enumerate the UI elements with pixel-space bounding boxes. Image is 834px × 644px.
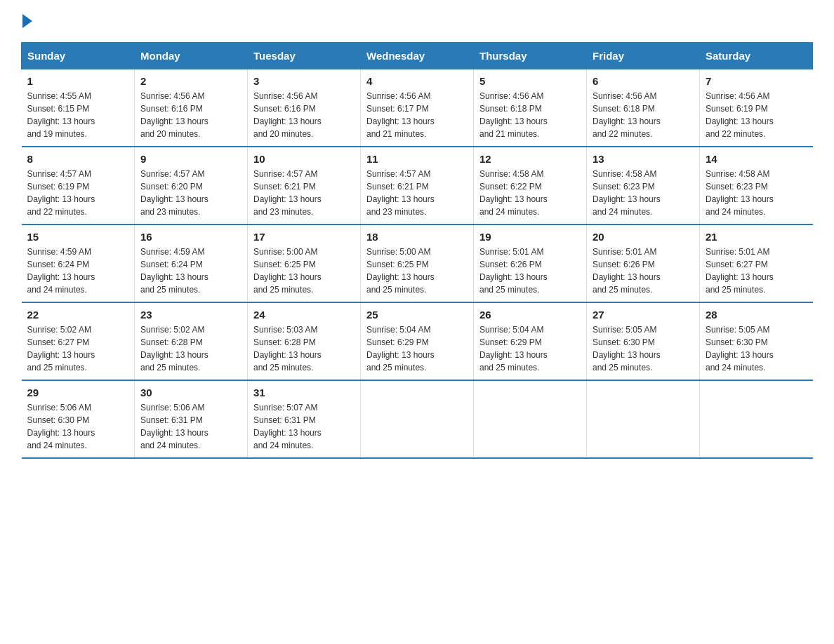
day-info: Sunrise: 5:02 AMSunset: 6:27 PMDaylight:…: [27, 323, 129, 374]
day-number: 19: [479, 231, 581, 243]
day-number: 20: [593, 231, 694, 243]
calendar-cell: 23Sunrise: 5:02 AMSunset: 6:28 PMDayligh…: [135, 302, 248, 380]
day-info: Sunrise: 4:59 AMSunset: 6:24 PMDaylight:…: [140, 246, 241, 296]
weekday-header-wednesday: Wednesday: [361, 43, 474, 69]
day-number: 26: [479, 309, 581, 321]
weekday-header-sunday: Sunday: [22, 43, 135, 69]
day-number: 9: [140, 153, 241, 165]
day-info: Sunrise: 4:56 AMSunset: 6:16 PMDaylight:…: [253, 90, 355, 140]
calendar-cell: 19Sunrise: 5:01 AMSunset: 6:26 PMDayligh…: [474, 224, 587, 302]
calendar-cell: 8Sunrise: 4:57 AMSunset: 6:19 PMDaylight…: [22, 147, 135, 224]
calendar-cell: [587, 380, 700, 458]
calendar-week-3: 15Sunrise: 4:59 AMSunset: 6:24 PMDayligh…: [22, 224, 813, 302]
day-number: 30: [140, 387, 241, 398]
calendar-cell: 27Sunrise: 5:05 AMSunset: 6:30 PMDayligh…: [587, 302, 700, 380]
calendar-cell: 20Sunrise: 5:01 AMSunset: 6:26 PMDayligh…: [587, 224, 700, 302]
day-info: Sunrise: 5:01 AMSunset: 6:27 PMDaylight:…: [706, 246, 807, 296]
day-info: Sunrise: 4:56 AMSunset: 6:18 PMDaylight:…: [479, 90, 581, 140]
day-info: Sunrise: 5:00 AMSunset: 6:25 PMDaylight:…: [366, 246, 468, 296]
day-number: 3: [253, 75, 355, 87]
calendar-cell: 11Sunrise: 4:57 AMSunset: 6:21 PMDayligh…: [361, 147, 474, 224]
day-info: Sunrise: 5:02 AMSunset: 6:28 PMDaylight:…: [140, 323, 241, 374]
calendar-week-5: 29Sunrise: 5:06 AMSunset: 6:30 PMDayligh…: [22, 380, 813, 458]
day-number: 5: [479, 75, 581, 87]
calendar-cell: 6Sunrise: 4:56 AMSunset: 6:18 PMDaylight…: [587, 69, 700, 147]
day-info: Sunrise: 5:06 AMSunset: 6:30 PMDaylight:…: [27, 401, 129, 452]
day-info: Sunrise: 5:07 AMSunset: 6:31 PMDaylight:…: [253, 401, 355, 452]
calendar-cell: 30Sunrise: 5:06 AMSunset: 6:31 PMDayligh…: [135, 380, 248, 458]
day-number: 7: [706, 75, 807, 87]
logo-blue-part: [21, 14, 32, 28]
day-number: 13: [593, 153, 694, 165]
calendar-cell: 22Sunrise: 5:02 AMSunset: 6:27 PMDayligh…: [22, 302, 135, 380]
calendar-cell: 21Sunrise: 5:01 AMSunset: 6:27 PMDayligh…: [700, 224, 813, 302]
day-info: Sunrise: 5:05 AMSunset: 6:30 PMDaylight:…: [706, 323, 807, 374]
day-info: Sunrise: 5:01 AMSunset: 6:26 PMDaylight:…: [593, 246, 694, 296]
calendar-cell: 16Sunrise: 4:59 AMSunset: 6:24 PMDayligh…: [135, 224, 248, 302]
day-number: 25: [366, 309, 468, 321]
calendar-cell: 2Sunrise: 4:56 AMSunset: 6:16 PMDaylight…: [135, 69, 248, 147]
day-info: Sunrise: 4:56 AMSunset: 6:16 PMDaylight:…: [140, 90, 241, 140]
day-number: 17: [253, 231, 355, 243]
calendar-cell: 3Sunrise: 4:56 AMSunset: 6:16 PMDaylight…: [248, 69, 361, 147]
day-info: Sunrise: 4:57 AMSunset: 6:20 PMDaylight:…: [140, 168, 241, 218]
day-number: 10: [253, 153, 355, 165]
calendar-cell: 5Sunrise: 4:56 AMSunset: 6:18 PMDaylight…: [474, 69, 587, 147]
calendar-cell: 15Sunrise: 4:59 AMSunset: 6:24 PMDayligh…: [22, 224, 135, 302]
weekday-header-monday: Monday: [135, 43, 248, 69]
calendar-cell: 17Sunrise: 5:00 AMSunset: 6:25 PMDayligh…: [248, 224, 361, 302]
calendar-cell: 25Sunrise: 5:04 AMSunset: 6:29 PMDayligh…: [361, 302, 474, 380]
calendar-cell: 10Sunrise: 4:57 AMSunset: 6:21 PMDayligh…: [248, 147, 361, 224]
day-info: Sunrise: 5:04 AMSunset: 6:29 PMDaylight:…: [366, 323, 468, 374]
day-info: Sunrise: 5:03 AMSunset: 6:28 PMDaylight:…: [253, 323, 355, 374]
day-number: 18: [366, 231, 468, 243]
day-info: Sunrise: 4:55 AMSunset: 6:15 PMDaylight:…: [27, 90, 129, 140]
weekday-header-tuesday: Tuesday: [248, 43, 361, 69]
day-number: 28: [706, 309, 807, 321]
calendar-cell: 13Sunrise: 4:58 AMSunset: 6:23 PMDayligh…: [587, 147, 700, 224]
calendar-cell: 1Sunrise: 4:55 AMSunset: 6:15 PMDaylight…: [22, 69, 135, 147]
calendar-week-1: 1Sunrise: 4:55 AMSunset: 6:15 PMDaylight…: [22, 69, 813, 147]
day-info: Sunrise: 4:57 AMSunset: 6:21 PMDaylight:…: [366, 168, 468, 218]
calendar-cell: 26Sunrise: 5:04 AMSunset: 6:29 PMDayligh…: [474, 302, 587, 380]
weekday-header-saturday: Saturday: [700, 43, 813, 69]
day-number: 14: [706, 153, 807, 165]
day-number: 21: [706, 231, 807, 243]
day-number: 23: [140, 309, 241, 321]
calendar-cell: 18Sunrise: 5:00 AMSunset: 6:25 PMDayligh…: [361, 224, 474, 302]
logo: [21, 14, 32, 28]
day-info: Sunrise: 4:56 AMSunset: 6:19 PMDaylight:…: [706, 90, 807, 140]
day-info: Sunrise: 5:04 AMSunset: 6:29 PMDaylight:…: [479, 323, 581, 374]
day-info: Sunrise: 4:58 AMSunset: 6:23 PMDaylight:…: [706, 168, 807, 218]
day-number: 8: [27, 153, 129, 165]
weekday-header-row: SundayMondayTuesdayWednesdayThursdayFrid…: [22, 43, 813, 69]
day-number: 6: [593, 75, 694, 87]
calendar-cell: 29Sunrise: 5:06 AMSunset: 6:30 PMDayligh…: [22, 380, 135, 458]
day-info: Sunrise: 5:05 AMSunset: 6:30 PMDaylight:…: [593, 323, 694, 374]
calendar-table: SundayMondayTuesdayWednesdayThursdayFrid…: [21, 42, 813, 459]
calendar-week-2: 8Sunrise: 4:57 AMSunset: 6:19 PMDaylight…: [22, 147, 813, 224]
day-info: Sunrise: 5:00 AMSunset: 6:25 PMDaylight:…: [253, 246, 355, 296]
day-number: 4: [366, 75, 468, 87]
calendar-cell: [474, 380, 587, 458]
calendar-cell: [361, 380, 474, 458]
day-number: 22: [27, 309, 129, 321]
day-info: Sunrise: 4:57 AMSunset: 6:21 PMDaylight:…: [253, 168, 355, 218]
day-number: 11: [366, 153, 468, 165]
day-info: Sunrise: 5:01 AMSunset: 6:26 PMDaylight:…: [479, 246, 581, 296]
weekday-header-friday: Friday: [587, 43, 700, 69]
calendar-cell: 14Sunrise: 4:58 AMSunset: 6:23 PMDayligh…: [700, 147, 813, 224]
calendar-cell: 9Sunrise: 4:57 AMSunset: 6:20 PMDaylight…: [135, 147, 248, 224]
page-header: [21, 14, 813, 28]
day-number: 2: [140, 75, 241, 87]
day-info: Sunrise: 4:57 AMSunset: 6:19 PMDaylight:…: [27, 168, 129, 218]
calendar-cell: 31Sunrise: 5:07 AMSunset: 6:31 PMDayligh…: [248, 380, 361, 458]
day-number: 24: [253, 309, 355, 321]
calendar-body: 1Sunrise: 4:55 AMSunset: 6:15 PMDaylight…: [22, 69, 813, 459]
day-number: 15: [27, 231, 129, 243]
calendar-week-4: 22Sunrise: 5:02 AMSunset: 6:27 PMDayligh…: [22, 302, 813, 380]
calendar-cell: 4Sunrise: 4:56 AMSunset: 6:17 PMDaylight…: [361, 69, 474, 147]
weekday-header-thursday: Thursday: [474, 43, 587, 69]
calendar-cell: 24Sunrise: 5:03 AMSunset: 6:28 PMDayligh…: [248, 302, 361, 380]
day-number: 1: [27, 75, 129, 87]
